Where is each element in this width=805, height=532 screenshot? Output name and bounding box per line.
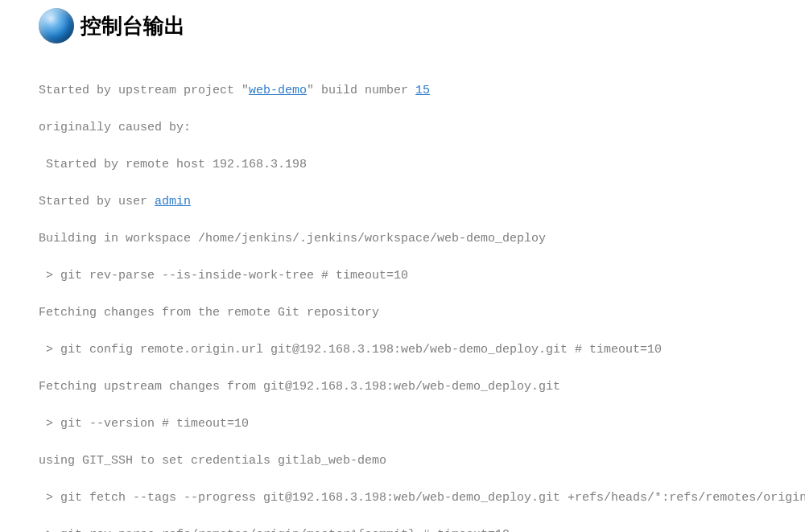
text: Started by user bbox=[39, 195, 155, 208]
console-line: Building in workspace /home/jenkins/.jen… bbox=[39, 229, 805, 248]
console-line: Fetching changes from the remote Git rep… bbox=[39, 303, 805, 322]
console-line: Started by upstream project "web-demo" b… bbox=[39, 81, 805, 100]
console-line: > git fetch --tags --progress git@192.16… bbox=[39, 489, 805, 507]
console-header: 控制台输出 bbox=[0, 0, 805, 52]
console-line: > git rev-parse refs/remotes/origin/mast… bbox=[39, 526, 805, 532]
text: Started by upstream project " bbox=[39, 84, 249, 97]
console-line: Started by remote host 192.168.3.198 bbox=[39, 155, 805, 174]
console-line: using GIT_SSH to set credentials gitlab_… bbox=[39, 452, 805, 470]
console-line: originally caused by: bbox=[39, 118, 805, 137]
console-line: Fetching upstream changes from git@192.1… bbox=[39, 377, 805, 396]
console-line: > git --version # timeout=10 bbox=[39, 414, 805, 433]
console-line: Started by user admin bbox=[39, 192, 805, 211]
user-link[interactable]: admin bbox=[155, 195, 191, 208]
page-title: 控制台输出 bbox=[80, 12, 185, 40]
build-number-link[interactable]: 15 bbox=[415, 84, 430, 97]
console-output: Started by upstream project "web-demo" b… bbox=[0, 52, 805, 532]
console-line: > git rev-parse --is-inside-work-tree # … bbox=[39, 266, 805, 285]
console-line: > git config remote.origin.url git@192.1… bbox=[39, 340, 805, 359]
build-status-ball-icon bbox=[39, 8, 74, 43]
text: " build number bbox=[307, 84, 415, 97]
project-link[interactable]: web-demo bbox=[249, 84, 307, 97]
